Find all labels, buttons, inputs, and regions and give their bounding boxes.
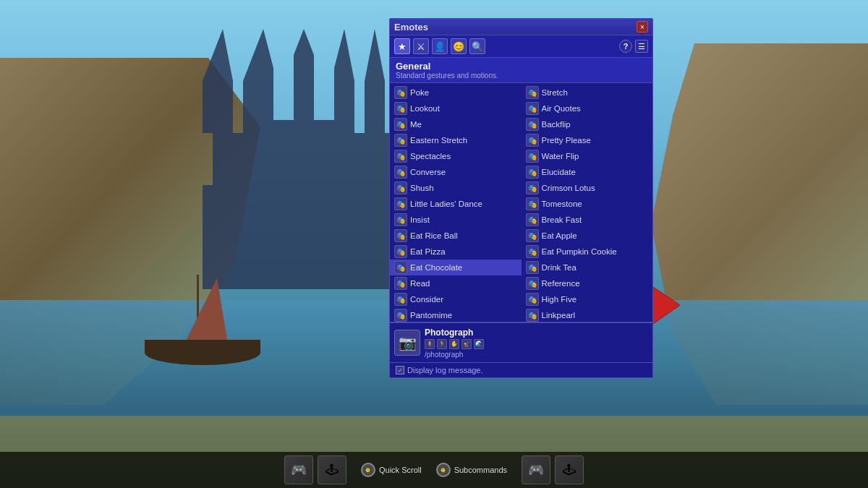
emote-item[interactable]: 🎭Backflip [522,116,653,132]
emote-item[interactable]: 🎭Pantomime [390,307,522,322]
emote-item[interactable]: 🎭Lookout [390,100,522,116]
emote-item[interactable]: 🎭Linkpearl [522,307,653,322]
emote-icon: 🎭 [394,102,407,115]
emote-item[interactable]: 🎭Read [390,275,522,291]
emote-name: Little Ladies' Dance [410,200,482,208]
quick-scroll-label: Quick Scroll [379,466,422,474]
emote-name: Lookout [410,104,440,113]
category-desc: Standard gestures and motions. [396,72,647,80]
emote-name: Tomestone [542,200,582,208]
emote-name: Shush [410,184,434,192]
emote-name: Air Quotes [542,104,581,113]
emote-item[interactable]: 🎭Eat Apple [522,228,653,244]
emote-item[interactable]: 🎭Spectacles [390,148,522,164]
selected-name: Photograph [425,328,648,338]
subcommands-circle: ⊕ [436,463,451,477]
emote-name: Eat Rice Ball [410,231,458,240]
emote-item[interactable]: 🎭Tomestone [522,196,653,212]
close-button[interactable]: × [637,21,648,33]
emote-icon: 🎭 [526,102,539,115]
bottom-hud: 🎮 🕹 ⊕ Quick Scroll ⊕ Subcommands 🎮 🕹 [0,452,868,488]
settings-button[interactable]: ☰ [635,40,648,53]
hud-icons-right: 🎮 🕹 [522,455,584,484]
selected-info: 📷 Photograph 🧍 🏃 ✋ 🦅 🌊 /photograph [390,322,652,362]
emote-item[interactable]: 🎭Little Ladies' Dance [390,196,522,212]
emote-item[interactable]: 🎭Eat Pumpkin Cookie [522,244,653,260]
emote-item[interactable]: 🎭Water Flip [522,148,653,164]
emote-icon: 🎭 [394,118,407,131]
selected-details: Photograph 🧍 🏃 ✋ 🦅 🌊 /photograph [425,328,648,359]
emote-icon: 🎭 [526,181,539,194]
mini-icon-4: 🦅 [461,339,472,349]
toolbar: ★ ⚔ 👤 😊 🔍 ? ☰ [390,35,652,58]
category-header: General Standard gestures and motions. [390,58,652,83]
emote-name: Crimson Lotus [542,184,595,192]
emote-name: Eat Pumpkin Cookie [542,247,617,256]
emote-name: Converse [410,168,446,176]
emote-icon: 🎭 [394,86,407,99]
display-log-checkbox[interactable]: ✓ [396,366,404,374]
emote-icon: 🎭 [526,166,539,179]
emote-icon: 🎭 [394,150,407,163]
emote-name: Insist [410,215,430,224]
emote-item[interactable]: 🎭Eat Chocolate [390,260,522,275]
emote-name: Eastern Stretch [410,136,467,145]
emote-item[interactable]: 🎭Crimson Lotus [522,180,653,196]
emote-icon: 🎭 [526,150,539,163]
emotes-window: Emotes × ★ ⚔ 👤 😊 🔍 ? ☰ General Standard … [389,18,653,378]
toolbar-icon-sword[interactable]: ⚔ [413,38,429,54]
selected-icon: 📷 [394,330,420,356]
emote-item[interactable]: 🎭Eat Rice Ball [390,228,522,244]
emote-name: Drink Tea [542,263,576,272]
toolbar-icon-emote[interactable]: 😊 [451,38,467,54]
hud-icon-r2[interactable]: 🕹 [555,455,584,484]
emote-item[interactable]: 🎭Shush [390,180,522,196]
emote-item[interactable]: 🎭Consider [390,291,522,307]
emote-item[interactable]: 🎭Eastern Stretch [390,132,522,148]
emote-icon: 🎭 [526,261,539,274]
hud-icon-r1[interactable]: 🎮 [522,455,550,484]
emote-icon: 🎭 [526,293,539,306]
emote-item[interactable]: 🎭High Five [522,291,653,307]
emote-name: Eat Apple [542,231,577,240]
selected-command: /photograph [425,351,648,359]
hud-icon-l2[interactable]: 🎮 [284,455,313,484]
emote-icon: 🎭 [526,86,539,99]
toolbar-icon-star[interactable]: ★ [394,38,410,54]
emote-item[interactable]: 🎭Pretty Please [522,132,653,148]
emotes-list: 🎭Poke🎭Stretch🎭Lookout🎭Air Quotes🎭Me🎭Back… [390,83,652,322]
mini-icon-3: ✋ [449,339,459,349]
emote-name: Me [410,120,422,129]
mini-icon-1: 🧍 [425,339,435,349]
toolbar-icon-person[interactable]: 👤 [432,38,448,54]
emote-name: Eat Pizza [410,247,446,256]
emote-icon: 🎭 [394,213,407,226]
boat [145,293,260,365]
emote-item[interactable]: 🎭Air Quotes [522,100,653,116]
subcommands-btn[interactable]: ⊕ Subcommands [436,463,507,477]
emote-icon: 🎭 [526,229,539,242]
emote-icon: 🎭 [526,197,539,210]
emote-item[interactable]: 🎭Stretch [522,85,653,100]
hud-icons-left: 🎮 🕹 [284,455,346,484]
emote-item[interactable]: 🎭Insist [390,212,522,228]
help-button[interactable]: ? [619,40,632,53]
emote-item[interactable]: 🎭Me [390,116,522,132]
selected-icons-row: 🧍 🏃 ✋ 🦅 🌊 [425,339,648,349]
emote-icon: 🎭 [526,245,539,258]
emote-item[interactable]: 🎭Converse [390,164,522,180]
emote-item[interactable]: 🎭Eat Pizza [390,244,522,260]
hud-icon-l1[interactable]: 🕹 [318,455,346,484]
toolbar-icon-search[interactable]: 🔍 [469,38,485,54]
quick-scroll-btn[interactable]: ⊕ Quick Scroll [361,463,422,477]
emote-item[interactable]: 🎭Reference [522,275,653,291]
emote-icon: 🎭 [394,261,407,274]
display-log-label: Display log message. [407,366,483,374]
emote-item[interactable]: 🎭Drink Tea [522,260,653,275]
emote-icon: 🎭 [394,293,407,306]
emote-icon: 🎭 [526,277,539,290]
emote-item[interactable]: 🎭Break Fast [522,212,653,228]
emote-icon: 🎭 [394,197,407,210]
emote-item[interactable]: 🎭Poke [390,85,522,100]
emote-item[interactable]: 🎭Elucidate [522,164,653,180]
